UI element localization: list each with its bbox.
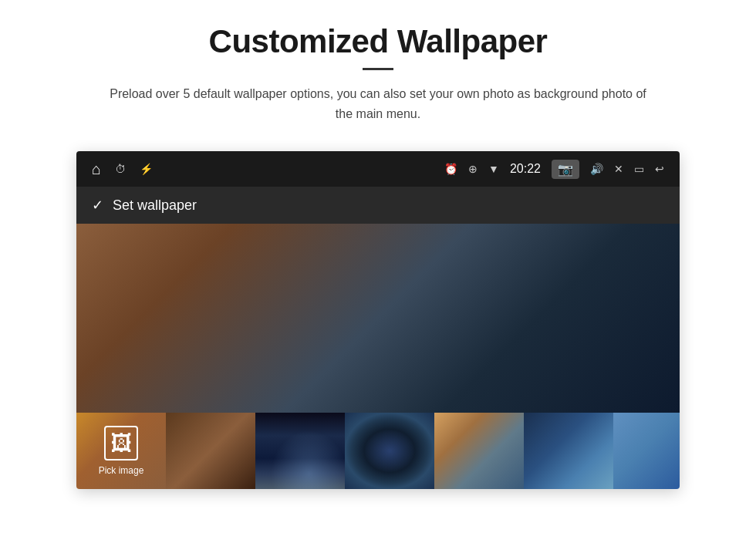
set-wallpaper-bar: ✓ Set wallpaper — [76, 187, 680, 224]
back-icon[interactable]: ↩ — [655, 163, 664, 175]
time-display: 20:22 — [510, 162, 541, 176]
status-bar-left: ⌂ ⏱ ⚡ — [92, 160, 153, 178]
pick-image-icon: 🖼 — [104, 426, 138, 460]
page-subtitle: Preload over 5 default wallpaper options… — [108, 84, 648, 123]
home-icon[interactable]: ⌂ — [92, 160, 101, 178]
camera-icon[interactable]: 📷 — [552, 160, 579, 179]
location-icon: ⊕ — [468, 163, 478, 175]
wallpaper-thumb-2[interactable] — [255, 413, 345, 489]
wallpaper-thumb-3[interactable] — [345, 413, 434, 489]
device-screenshot: ⌂ ⏱ ⚡ ⏰ ⊕ ▼ 20:22 📷 🔊 ✕ ▭ ↩ ✓ Set wallpa… — [76, 151, 680, 489]
thumbnail-strip: 🖼 Pick image — [76, 413, 680, 489]
page-header: Customized Wallpaper Preload over 5 defa… — [0, 0, 756, 139]
alarm-icon: ⏰ — [444, 163, 457, 175]
check-icon: ✓ — [92, 197, 103, 214]
volume-icon[interactable]: 🔊 — [590, 163, 603, 175]
wallpaper-preview — [76, 224, 680, 413]
window-icon[interactable]: ▭ — [634, 163, 644, 175]
set-wallpaper-label: Set wallpaper — [113, 197, 197, 214]
wallpaper-thumb-4[interactable] — [434, 413, 524, 489]
title-divider — [363, 68, 393, 70]
page-title: Customized Wallpaper — [46, 23, 710, 60]
pick-image-thumb[interactable]: 🖼 Pick image — [76, 413, 166, 489]
status-bar-right: ⏰ ⊕ ▼ 20:22 📷 🔊 ✕ ▭ ↩ — [444, 160, 664, 179]
usb-icon: ⚡ — [140, 163, 153, 175]
wallpaper-thumb-1[interactable] — [166, 413, 255, 489]
wifi-icon: ▼ — [488, 163, 499, 175]
clock-icon: ⏱ — [115, 163, 126, 175]
close-icon[interactable]: ✕ — [614, 163, 623, 175]
pick-image-label: Pick image — [99, 465, 144, 476]
wallpaper-thumb-6[interactable] — [613, 413, 680, 489]
wallpaper-thumb-5[interactable] — [524, 413, 613, 489]
status-bar: ⌂ ⏱ ⚡ ⏰ ⊕ ▼ 20:22 📷 🔊 ✕ ▭ ↩ — [76, 151, 680, 187]
